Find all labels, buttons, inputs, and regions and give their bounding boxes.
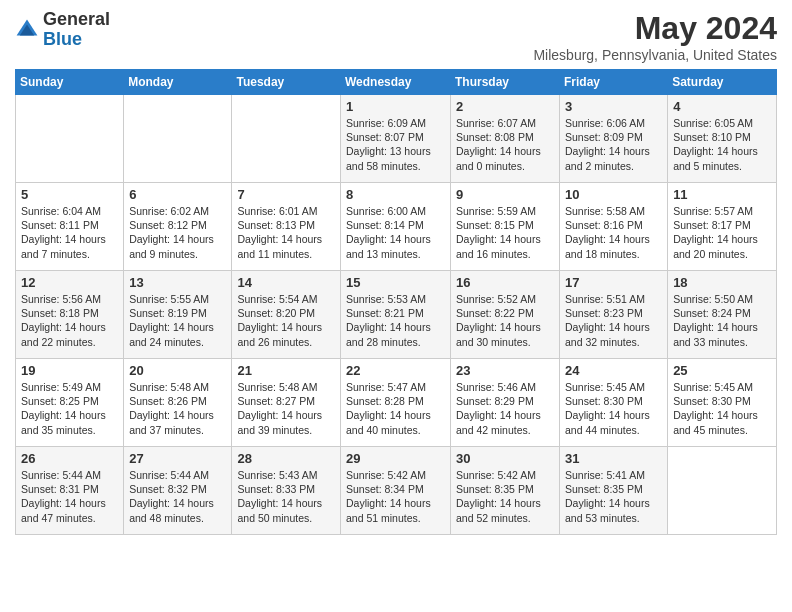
day-number: 2 — [456, 99, 554, 114]
calendar-week-row: 26Sunrise: 5:44 AMSunset: 8:31 PMDayligh… — [16, 447, 777, 535]
day-number: 10 — [565, 187, 662, 202]
day-number: 19 — [21, 363, 118, 378]
calendar-cell: 2Sunrise: 6:07 AMSunset: 8:08 PMDaylight… — [451, 95, 560, 183]
day-info: Sunrise: 5:58 AMSunset: 8:16 PMDaylight:… — [565, 204, 662, 261]
day-info: Sunrise: 5:50 AMSunset: 8:24 PMDaylight:… — [673, 292, 771, 349]
month-title: May 2024 — [533, 10, 777, 47]
calendar-cell: 5Sunrise: 6:04 AMSunset: 8:11 PMDaylight… — [16, 183, 124, 271]
calendar-cell — [124, 95, 232, 183]
day-number: 8 — [346, 187, 445, 202]
calendar-week-row: 19Sunrise: 5:49 AMSunset: 8:25 PMDayligh… — [16, 359, 777, 447]
day-info: Sunrise: 5:53 AMSunset: 8:21 PMDaylight:… — [346, 292, 445, 349]
day-number: 7 — [237, 187, 335, 202]
calendar-week-row: 1Sunrise: 6:09 AMSunset: 8:07 PMDaylight… — [16, 95, 777, 183]
day-number: 28 — [237, 451, 335, 466]
day-info: Sunrise: 6:04 AMSunset: 8:11 PMDaylight:… — [21, 204, 118, 261]
day-number: 23 — [456, 363, 554, 378]
logo-line1: General — [43, 10, 110, 30]
day-number: 1 — [346, 99, 445, 114]
day-number: 14 — [237, 275, 335, 290]
day-number: 26 — [21, 451, 118, 466]
calendar-cell: 6Sunrise: 6:02 AMSunset: 8:12 PMDaylight… — [124, 183, 232, 271]
day-info: Sunrise: 6:09 AMSunset: 8:07 PMDaylight:… — [346, 116, 445, 173]
day-of-week-header: Tuesday — [232, 70, 341, 95]
day-info: Sunrise: 5:45 AMSunset: 8:30 PMDaylight:… — [673, 380, 771, 437]
day-info: Sunrise: 5:42 AMSunset: 8:34 PMDaylight:… — [346, 468, 445, 525]
day-info: Sunrise: 5:48 AMSunset: 8:26 PMDaylight:… — [129, 380, 226, 437]
day-of-week-header: Friday — [560, 70, 668, 95]
logo-line2: Blue — [43, 30, 110, 50]
day-info: Sunrise: 5:48 AMSunset: 8:27 PMDaylight:… — [237, 380, 335, 437]
day-number: 9 — [456, 187, 554, 202]
day-number: 20 — [129, 363, 226, 378]
location: Milesburg, Pennsylvania, United States — [533, 47, 777, 63]
day-of-week-header: Thursday — [451, 70, 560, 95]
day-of-week-header: Wednesday — [341, 70, 451, 95]
day-info: Sunrise: 5:46 AMSunset: 8:29 PMDaylight:… — [456, 380, 554, 437]
calendar-table: SundayMondayTuesdayWednesdayThursdayFrid… — [15, 69, 777, 535]
day-info: Sunrise: 5:59 AMSunset: 8:15 PMDaylight:… — [456, 204, 554, 261]
day-info: Sunrise: 5:49 AMSunset: 8:25 PMDaylight:… — [21, 380, 118, 437]
calendar-cell — [16, 95, 124, 183]
day-number: 4 — [673, 99, 771, 114]
calendar-cell: 30Sunrise: 5:42 AMSunset: 8:35 PMDayligh… — [451, 447, 560, 535]
day-info: Sunrise: 6:07 AMSunset: 8:08 PMDaylight:… — [456, 116, 554, 173]
day-info: Sunrise: 6:01 AMSunset: 8:13 PMDaylight:… — [237, 204, 335, 261]
logo: General Blue — [15, 10, 110, 50]
calendar-body: 1Sunrise: 6:09 AMSunset: 8:07 PMDaylight… — [16, 95, 777, 535]
calendar-cell: 10Sunrise: 5:58 AMSunset: 8:16 PMDayligh… — [560, 183, 668, 271]
header-row: SundayMondayTuesdayWednesdayThursdayFrid… — [16, 70, 777, 95]
calendar-cell: 4Sunrise: 6:05 AMSunset: 8:10 PMDaylight… — [668, 95, 777, 183]
day-info: Sunrise: 5:45 AMSunset: 8:30 PMDaylight:… — [565, 380, 662, 437]
day-info: Sunrise: 6:00 AMSunset: 8:14 PMDaylight:… — [346, 204, 445, 261]
calendar-cell: 19Sunrise: 5:49 AMSunset: 8:25 PMDayligh… — [16, 359, 124, 447]
calendar-cell: 17Sunrise: 5:51 AMSunset: 8:23 PMDayligh… — [560, 271, 668, 359]
day-info: Sunrise: 5:47 AMSunset: 8:28 PMDaylight:… — [346, 380, 445, 437]
calendar-cell: 31Sunrise: 5:41 AMSunset: 8:35 PMDayligh… — [560, 447, 668, 535]
day-number: 18 — [673, 275, 771, 290]
day-number: 25 — [673, 363, 771, 378]
day-info: Sunrise: 6:05 AMSunset: 8:10 PMDaylight:… — [673, 116, 771, 173]
day-info: Sunrise: 5:43 AMSunset: 8:33 PMDaylight:… — [237, 468, 335, 525]
day-info: Sunrise: 5:52 AMSunset: 8:22 PMDaylight:… — [456, 292, 554, 349]
day-info: Sunrise: 6:02 AMSunset: 8:12 PMDaylight:… — [129, 204, 226, 261]
calendar-cell: 13Sunrise: 5:55 AMSunset: 8:19 PMDayligh… — [124, 271, 232, 359]
calendar-cell: 1Sunrise: 6:09 AMSunset: 8:07 PMDaylight… — [341, 95, 451, 183]
calendar-cell: 15Sunrise: 5:53 AMSunset: 8:21 PMDayligh… — [341, 271, 451, 359]
day-number: 11 — [673, 187, 771, 202]
day-info: Sunrise: 5:55 AMSunset: 8:19 PMDaylight:… — [129, 292, 226, 349]
calendar-cell: 14Sunrise: 5:54 AMSunset: 8:20 PMDayligh… — [232, 271, 341, 359]
day-info: Sunrise: 5:57 AMSunset: 8:17 PMDaylight:… — [673, 204, 771, 261]
logo-icon — [15, 18, 39, 42]
day-info: Sunrise: 5:44 AMSunset: 8:31 PMDaylight:… — [21, 468, 118, 525]
day-info: Sunrise: 6:06 AMSunset: 8:09 PMDaylight:… — [565, 116, 662, 173]
day-info: Sunrise: 5:51 AMSunset: 8:23 PMDaylight:… — [565, 292, 662, 349]
day-number: 27 — [129, 451, 226, 466]
calendar-cell: 22Sunrise: 5:47 AMSunset: 8:28 PMDayligh… — [341, 359, 451, 447]
day-number: 16 — [456, 275, 554, 290]
calendar-cell: 18Sunrise: 5:50 AMSunset: 8:24 PMDayligh… — [668, 271, 777, 359]
calendar-cell: 12Sunrise: 5:56 AMSunset: 8:18 PMDayligh… — [16, 271, 124, 359]
day-number: 5 — [21, 187, 118, 202]
day-info: Sunrise: 5:54 AMSunset: 8:20 PMDaylight:… — [237, 292, 335, 349]
calendar-header: SundayMondayTuesdayWednesdayThursdayFrid… — [16, 70, 777, 95]
day-number: 15 — [346, 275, 445, 290]
calendar-week-row: 5Sunrise: 6:04 AMSunset: 8:11 PMDaylight… — [16, 183, 777, 271]
calendar-cell: 7Sunrise: 6:01 AMSunset: 8:13 PMDaylight… — [232, 183, 341, 271]
calendar-cell: 29Sunrise: 5:42 AMSunset: 8:34 PMDayligh… — [341, 447, 451, 535]
day-info: Sunrise: 5:41 AMSunset: 8:35 PMDaylight:… — [565, 468, 662, 525]
title-block: May 2024 Milesburg, Pennsylvania, United… — [533, 10, 777, 63]
day-number: 6 — [129, 187, 226, 202]
calendar-cell: 8Sunrise: 6:00 AMSunset: 8:14 PMDaylight… — [341, 183, 451, 271]
calendar-cell: 27Sunrise: 5:44 AMSunset: 8:32 PMDayligh… — [124, 447, 232, 535]
day-number: 21 — [237, 363, 335, 378]
day-of-week-header: Sunday — [16, 70, 124, 95]
calendar-cell: 9Sunrise: 5:59 AMSunset: 8:15 PMDaylight… — [451, 183, 560, 271]
day-info: Sunrise: 5:44 AMSunset: 8:32 PMDaylight:… — [129, 468, 226, 525]
calendar-cell: 11Sunrise: 5:57 AMSunset: 8:17 PMDayligh… — [668, 183, 777, 271]
day-number: 24 — [565, 363, 662, 378]
calendar-cell — [232, 95, 341, 183]
calendar-week-row: 12Sunrise: 5:56 AMSunset: 8:18 PMDayligh… — [16, 271, 777, 359]
calendar-cell: 25Sunrise: 5:45 AMSunset: 8:30 PMDayligh… — [668, 359, 777, 447]
page-header: General Blue May 2024 Milesburg, Pennsyl… — [15, 10, 777, 63]
